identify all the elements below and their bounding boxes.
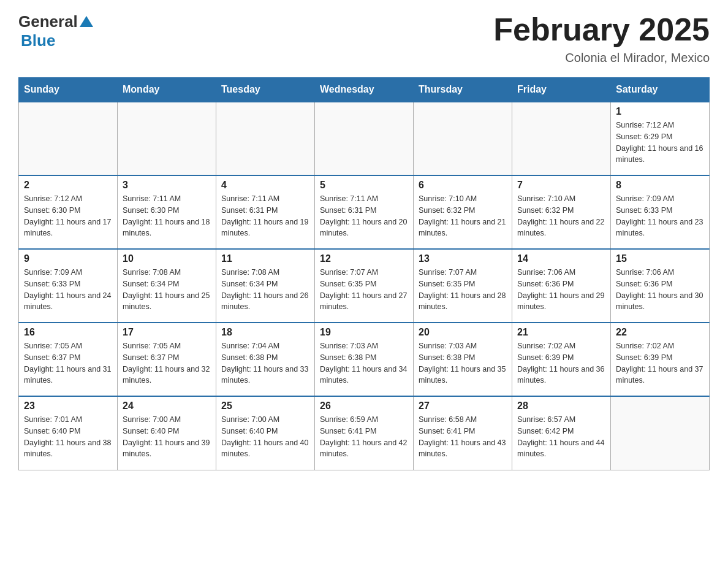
svg-marker-0 (80, 16, 93, 27)
day-info: Sunrise: 7:05 AMSunset: 6:37 PMDaylight:… (24, 340, 112, 386)
day-number: 3 (123, 180, 211, 191)
header-day-tuesday: Tuesday (216, 78, 315, 102)
calendar-cell: 18Sunrise: 7:04 AMSunset: 6:38 PMDayligh… (216, 323, 315, 396)
calendar-cell (414, 102, 512, 175)
calendar-cell (512, 102, 611, 175)
calendar-cell: 7Sunrise: 7:10 AMSunset: 6:32 PMDaylight… (512, 175, 611, 249)
day-info: Sunrise: 7:11 AMSunset: 6:31 PMDaylight:… (320, 193, 408, 239)
calendar-cell: 13Sunrise: 7:07 AMSunset: 6:35 PMDayligh… (414, 249, 512, 323)
calendar-cell (216, 102, 315, 175)
calendar-cell: 26Sunrise: 6:59 AMSunset: 6:41 PMDayligh… (315, 396, 414, 470)
day-number: 1 (616, 106, 704, 117)
day-info: Sunrise: 7:12 AMSunset: 6:30 PMDaylight:… (24, 193, 112, 239)
header-day-saturday: Saturday (611, 78, 710, 102)
calendar-cell: 8Sunrise: 7:09 AMSunset: 6:33 PMDaylight… (611, 175, 710, 249)
day-info: Sunrise: 7:00 AMSunset: 6:40 PMDaylight:… (123, 414, 211, 460)
day-info: Sunrise: 7:11 AMSunset: 6:30 PMDaylight:… (123, 193, 211, 239)
calendar-week-row: 16Sunrise: 7:05 AMSunset: 6:37 PMDayligh… (19, 323, 710, 396)
header-day-sunday: Sunday (19, 78, 118, 102)
day-number: 26 (320, 400, 408, 412)
day-info: Sunrise: 7:05 AMSunset: 6:37 PMDaylight:… (123, 340, 211, 386)
day-number: 11 (221, 253, 309, 264)
day-number: 4 (221, 180, 309, 191)
calendar-cell: 15Sunrise: 7:06 AMSunset: 6:36 PMDayligh… (611, 249, 710, 323)
month-title: February 2025 (493, 12, 710, 47)
logo-triangle-icon (80, 15, 93, 28)
calendar-cell: 11Sunrise: 7:08 AMSunset: 6:34 PMDayligh… (216, 249, 315, 323)
calendar-header: SundayMondayTuesdayWednesdayThursdayFrid… (19, 78, 710, 102)
logo-blue-text: Blue (21, 31, 55, 50)
calendar-table: SundayMondayTuesdayWednesdayThursdayFrid… (18, 77, 710, 470)
calendar-cell (611, 396, 710, 470)
day-number: 2 (24, 180, 112, 191)
calendar-cell: 17Sunrise: 7:05 AMSunset: 6:37 PMDayligh… (118, 323, 216, 396)
calendar-cell: 16Sunrise: 7:05 AMSunset: 6:37 PMDayligh… (19, 323, 118, 396)
day-info: Sunrise: 6:59 AMSunset: 6:41 PMDaylight:… (320, 414, 408, 460)
calendar-cell: 19Sunrise: 7:03 AMSunset: 6:38 PMDayligh… (315, 323, 414, 396)
day-number: 10 (123, 253, 211, 264)
day-info: Sunrise: 6:58 AMSunset: 6:41 PMDaylight:… (419, 414, 507, 460)
header-day-thursday: Thursday (414, 78, 512, 102)
day-info: Sunrise: 7:00 AMSunset: 6:40 PMDaylight:… (221, 414, 309, 460)
calendar-cell: 27Sunrise: 6:58 AMSunset: 6:41 PMDayligh… (414, 396, 512, 470)
header-day-monday: Monday (118, 78, 216, 102)
day-info: Sunrise: 7:06 AMSunset: 6:36 PMDaylight:… (517, 267, 605, 313)
calendar-week-row: 1Sunrise: 7:12 AMSunset: 6:29 PMDaylight… (19, 102, 710, 175)
calendar-cell: 14Sunrise: 7:06 AMSunset: 6:36 PMDayligh… (512, 249, 611, 323)
calendar-cell: 6Sunrise: 7:10 AMSunset: 6:32 PMDaylight… (414, 175, 512, 249)
day-number: 28 (517, 400, 605, 412)
day-info: Sunrise: 7:09 AMSunset: 6:33 PMDaylight:… (24, 267, 112, 313)
day-number: 27 (419, 400, 507, 412)
calendar-cell: 25Sunrise: 7:00 AMSunset: 6:40 PMDayligh… (216, 396, 315, 470)
day-number: 18 (221, 327, 309, 338)
day-number: 16 (24, 327, 112, 338)
day-info: Sunrise: 7:06 AMSunset: 6:36 PMDaylight:… (616, 267, 704, 313)
calendar-cell: 10Sunrise: 7:08 AMSunset: 6:34 PMDayligh… (118, 249, 216, 323)
day-number: 25 (221, 400, 309, 412)
day-info: Sunrise: 7:03 AMSunset: 6:38 PMDaylight:… (320, 340, 408, 386)
day-info: Sunrise: 7:08 AMSunset: 6:34 PMDaylight:… (123, 267, 211, 313)
calendar-cell: 28Sunrise: 6:57 AMSunset: 6:42 PMDayligh… (512, 396, 611, 470)
calendar-body: 1Sunrise: 7:12 AMSunset: 6:29 PMDaylight… (19, 102, 710, 470)
day-number: 22 (616, 327, 704, 338)
day-info: Sunrise: 7:07 AMSunset: 6:35 PMDaylight:… (419, 267, 507, 313)
calendar-cell: 20Sunrise: 7:03 AMSunset: 6:38 PMDayligh… (414, 323, 512, 396)
calendar-cell: 5Sunrise: 7:11 AMSunset: 6:31 PMDaylight… (315, 175, 414, 249)
location-text: Colonia el Mirador, Mexico (493, 51, 710, 65)
calendar-cell (19, 102, 118, 175)
calendar-cell: 12Sunrise: 7:07 AMSunset: 6:35 PMDayligh… (315, 249, 414, 323)
calendar-week-row: 23Sunrise: 7:01 AMSunset: 6:40 PMDayligh… (19, 396, 710, 470)
day-info: Sunrise: 7:02 AMSunset: 6:39 PMDaylight:… (616, 340, 704, 386)
header-row: SundayMondayTuesdayWednesdayThursdayFrid… (19, 78, 710, 102)
day-number: 17 (123, 327, 211, 338)
day-number: 6 (419, 180, 507, 191)
logo: General Blue (18, 12, 93, 50)
calendar-cell (118, 102, 216, 175)
day-number: 14 (517, 253, 605, 264)
day-info: Sunrise: 7:08 AMSunset: 6:34 PMDaylight:… (221, 267, 309, 313)
day-info: Sunrise: 7:10 AMSunset: 6:32 PMDaylight:… (419, 193, 507, 239)
calendar-week-row: 9Sunrise: 7:09 AMSunset: 6:33 PMDaylight… (19, 249, 710, 323)
day-number: 23 (24, 400, 112, 412)
day-number: 19 (320, 327, 408, 338)
day-info: Sunrise: 7:07 AMSunset: 6:35 PMDaylight:… (320, 267, 408, 313)
header-day-friday: Friday (512, 78, 611, 102)
logo-general-text: General (18, 12, 78, 31)
day-number: 15 (616, 253, 704, 264)
calendar-cell: 3Sunrise: 7:11 AMSunset: 6:30 PMDaylight… (118, 175, 216, 249)
calendar-cell (315, 102, 414, 175)
day-info: Sunrise: 7:01 AMSunset: 6:40 PMDaylight:… (24, 414, 112, 460)
day-number: 24 (123, 400, 211, 412)
day-info: Sunrise: 7:02 AMSunset: 6:39 PMDaylight:… (517, 340, 605, 386)
day-number: 5 (320, 180, 408, 191)
calendar-cell: 4Sunrise: 7:11 AMSunset: 6:31 PMDaylight… (216, 175, 315, 249)
calendar-cell: 23Sunrise: 7:01 AMSunset: 6:40 PMDayligh… (19, 396, 118, 470)
day-info: Sunrise: 7:09 AMSunset: 6:33 PMDaylight:… (616, 193, 704, 239)
day-info: Sunrise: 7:11 AMSunset: 6:31 PMDaylight:… (221, 193, 309, 239)
day-number: 13 (419, 253, 507, 264)
day-info: Sunrise: 7:12 AMSunset: 6:29 PMDaylight:… (616, 120, 704, 166)
calendar-cell: 1Sunrise: 7:12 AMSunset: 6:29 PMDaylight… (611, 102, 710, 175)
calendar-week-row: 2Sunrise: 7:12 AMSunset: 6:30 PMDaylight… (19, 175, 710, 249)
day-number: 20 (419, 327, 507, 338)
day-info: Sunrise: 7:03 AMSunset: 6:38 PMDaylight:… (419, 340, 507, 386)
